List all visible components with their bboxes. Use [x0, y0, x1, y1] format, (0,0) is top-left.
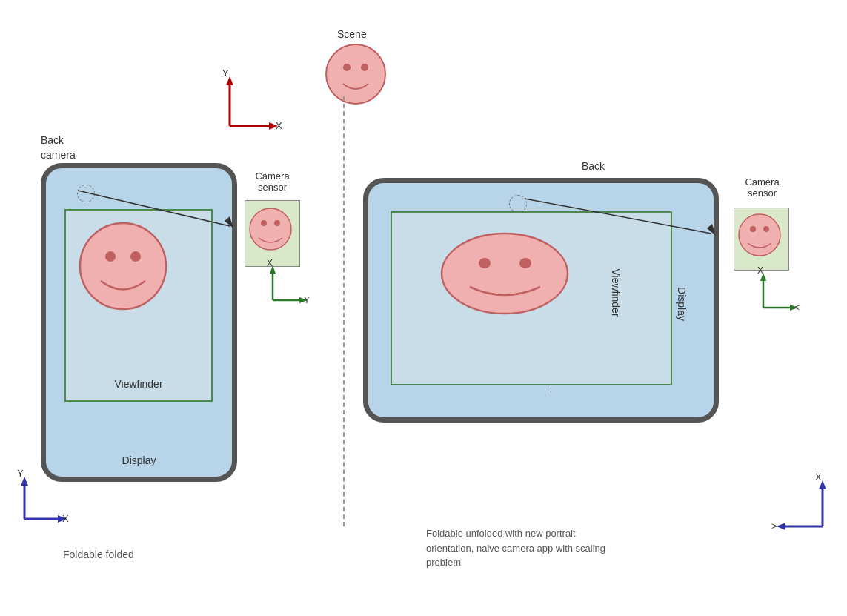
svg-text:X: X	[267, 258, 273, 268]
svg-point-16	[274, 220, 280, 226]
scene-label: Scene	[337, 28, 367, 40]
svg-point-10	[105, 251, 116, 262]
phone-body-right: Viewfinder Display	[363, 178, 719, 423]
svg-marker-46	[777, 523, 785, 530]
svg-point-34	[739, 214, 780, 256]
svg-point-11	[130, 251, 141, 262]
svg-text:X: X	[757, 265, 763, 276]
label-folded: Foldable folded	[63, 549, 134, 560]
svg-point-30	[479, 258, 491, 268]
svg-text:Y: Y	[304, 295, 310, 305]
viewfinder-label-left: Viewfinder	[66, 378, 211, 390]
smiley-right	[436, 229, 574, 318]
top-axis: X Y	[215, 70, 282, 137]
svg-point-31	[519, 258, 531, 268]
camera-dot-left	[77, 185, 95, 202]
vertical-divider	[343, 96, 345, 526]
svg-point-15	[261, 220, 267, 226]
sensor-label-left: Camerasensor	[241, 170, 304, 193]
svg-text:>: >	[771, 520, 777, 531]
display-label-right: Display	[676, 287, 688, 321]
sensor-axis-left: Y X	[265, 263, 310, 308]
phone-body-left: Viewfinder Display	[41, 163, 237, 482]
svg-text:Y: Y	[222, 67, 229, 79]
svg-text:Y: Y	[17, 468, 24, 479]
svg-text:<: <	[794, 302, 800, 313]
camera-dot-right	[509, 195, 527, 213]
smiley-left	[75, 218, 171, 314]
smiley-sensor-left	[245, 201, 296, 260]
svg-point-0	[326, 44, 385, 104]
sensor-left	[245, 200, 300, 267]
phone-left: Viewfinder Display	[41, 163, 237, 482]
svg-point-1	[343, 64, 351, 71]
main-container: Scene X Y Backcamera	[0, 0, 847, 616]
svg-point-9	[80, 223, 166, 309]
sensor-axis-right: < X	[756, 271, 800, 315]
svg-point-14	[250, 208, 291, 250]
sensor-label-right: Camerasensor	[731, 176, 794, 199]
svg-text:X: X	[815, 471, 822, 483]
label-unfolded: Foldable unfolded with new portrait orie…	[426, 526, 619, 570]
viewfinder-left: Viewfinder	[64, 209, 213, 402]
axis-left-bottom: X Y	[13, 471, 73, 530]
scene-face	[322, 41, 389, 107]
smiley-sensor-right	[734, 208, 785, 264]
display-label-left: Display	[46, 454, 232, 466]
svg-text:X: X	[62, 513, 69, 524]
svg-point-29	[442, 234, 568, 314]
phone-right: Viewfinder Display	[363, 178, 719, 423]
sensor-right	[734, 208, 789, 271]
svg-point-36	[763, 226, 769, 232]
viewfinder-right: Viewfinder	[391, 211, 672, 385]
back-camera-label-left: Backcamera	[41, 133, 76, 162]
viewfinder-label-right: Viewfinder	[609, 268, 621, 317]
svg-point-35	[750, 226, 756, 232]
svg-point-2	[361, 64, 368, 71]
axis-right-bottom: > X	[771, 474, 834, 537]
svg-text:X: X	[276, 120, 282, 131]
